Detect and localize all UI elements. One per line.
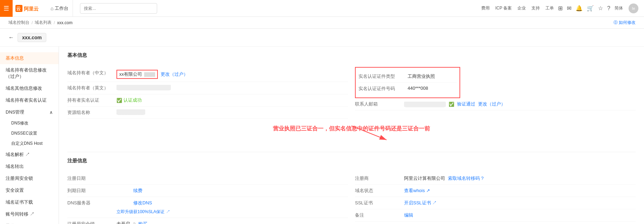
grid-icon[interactable]: ⊞ xyxy=(558,5,563,12)
domain-status-value: 查看whois ↗ xyxy=(404,188,430,194)
nav-icon-group: ⊞ ✉ 🔔 🛒 ☆ ? 简体 Ie xyxy=(558,4,638,13)
nav-cost[interactable]: 费用 xyxy=(481,5,490,11)
breadcrumb-domain-console[interactable]: 域名控制台 xyxy=(8,20,29,26)
sidebar-item-basic-info[interactable]: 基本信息 xyxy=(0,52,59,64)
bell-icon[interactable]: 🔔 xyxy=(576,5,583,12)
star-icon[interactable]: ☆ xyxy=(598,5,603,12)
user-avatar[interactable]: Ie xyxy=(629,4,638,13)
reg-date-label: 注册日期 xyxy=(67,175,116,182)
sidebar-dns-host-label: 自定义DNS Host xyxy=(11,141,42,147)
open-ssl-link[interactable]: 开启SSL证书 ↗ xyxy=(404,200,437,206)
email-verify-link[interactable]: 验证通过 xyxy=(457,101,475,107)
sidebar-dns-group[interactable]: DNS管理 ∧ xyxy=(0,106,59,118)
dns-upgrade-link[interactable]: 立即升级获100%SLA保证 ↗ xyxy=(116,209,170,215)
remark-label: 备注 xyxy=(355,212,404,218)
register-info-two-col: 注册日期 到期日期 续费 DNS服务器 xyxy=(67,172,636,224)
sidebar-item-holder-change[interactable]: 域名持有者信息修改（过户） xyxy=(0,64,59,82)
sidebar-cert-download[interactable]: 域名证书下载 xyxy=(0,196,59,208)
holder-cn-change-link[interactable]: 更改（过户） xyxy=(161,71,188,77)
register-info-right: 注册商 阿里云计算有限公司 索取域名转移码 ? 域名状态 查看whois ↗ xyxy=(355,172,636,224)
search-input[interactable] xyxy=(80,3,157,14)
sec-lock-label: 注册局安全锁 xyxy=(67,221,116,224)
dns-value: 修改DNS 立即升级获100%SLA保证 ↗ xyxy=(116,200,170,215)
modify-dns-link[interactable]: 修改DNS xyxy=(133,200,152,206)
whois-link[interactable]: 查看whois ↗ xyxy=(404,188,430,194)
check-icon: ✅ xyxy=(116,98,122,103)
sidebar-item-realname[interactable]: 域名持有者实名认证 xyxy=(0,94,59,106)
nav-workorder[interactable]: 工单 xyxy=(545,5,554,11)
cert-type-label: 实名认证证件类型 xyxy=(358,73,408,80)
nav-links: 费用 ICP 备案 企业 支持 工单 xyxy=(481,5,554,11)
email-verify-check: ✅ xyxy=(449,102,454,107)
holder-en-label: 域名持有者（英文） xyxy=(67,85,116,91)
breadcrumb-help[interactable]: ⓪ 如何修改 xyxy=(613,20,636,26)
back-button[interactable]: ← xyxy=(8,34,14,41)
sidebar-dnssec[interactable]: DNSSEC设置 xyxy=(6,128,59,138)
mail-icon[interactable]: ✉ xyxy=(567,5,571,12)
resource-name-label: 资源组名称 xyxy=(67,109,116,116)
sidebar-account-transfer[interactable]: 账号间转移 ↗ xyxy=(0,208,59,220)
dns-row-inner: 修改DNS xyxy=(116,200,152,206)
breadcrumb-domain-list[interactable]: 域名列表 xyxy=(35,20,52,26)
ssl-row: SSL证书 开启SSL证书 ↗ xyxy=(355,197,636,209)
sidebar-domain-transfer-out-label: 域名转出 xyxy=(6,163,24,170)
svg-text:阿里云: 阿里云 xyxy=(24,6,39,12)
lang-switch[interactable]: 简体 xyxy=(615,5,623,11)
dns-label: DNS服务器 xyxy=(67,200,116,206)
holder-cn-value: xx有限公司 ████ 更改（过户） xyxy=(116,70,188,79)
holder-cn-row: 域名持有者（中文） xx有限公司 ████ 更改（过户） xyxy=(67,67,348,82)
cert-type-value: 工商营业执照 xyxy=(408,73,435,80)
hamburger-icon: ☰ xyxy=(4,5,9,12)
sidebar-basic-info-label: 基本信息 xyxy=(6,55,24,61)
sidebar-other-info-label: 域名其他信息修改 xyxy=(6,85,42,91)
holder-cn-highlight-box: xx有限公司 ████ xyxy=(116,70,158,79)
help-icon[interactable]: ? xyxy=(607,5,610,12)
sidebar-dns-host[interactable]: 自定义DNS Host xyxy=(6,138,59,149)
workbench-nav[interactable]: ⌂ 工作台 xyxy=(46,0,73,17)
search-bar xyxy=(80,3,474,14)
sidebar-dns-label: DNS管理 xyxy=(6,109,24,115)
domain-status-label: 域名状态 xyxy=(355,188,404,194)
sidebar-dns-modify[interactable]: DNS修改 xyxy=(6,118,59,128)
cart-icon[interactable]: 🛒 xyxy=(587,5,594,12)
renew-link[interactable]: 续费 xyxy=(133,188,142,194)
remark-value: 编辑 xyxy=(404,212,413,218)
sidebar-item-other-info[interactable]: 域名其他信息修改 xyxy=(0,82,59,94)
email-row: 联系人邮箱 ████████████ ✅ 验证通过 更改（过户） xyxy=(355,98,636,110)
nav-support[interactable]: 支持 xyxy=(531,5,540,11)
sidebar-security-settings[interactable]: 安全设置 xyxy=(0,184,59,196)
exp-date-value: 续费 xyxy=(116,188,142,194)
sidebar-带价push[interactable]: 带价Push ↗ xyxy=(0,220,59,224)
main-layout: 基本信息 域名持有者信息修改（过户） 域名其他信息修改 域名持有者实名认证 DN… xyxy=(0,47,644,224)
registrar-value: 阿里云计算有限公司 索取域名转移码 ? xyxy=(404,175,484,182)
holder-en-row: 域名持有者（英文） ████████████████ xyxy=(67,82,348,94)
aliyun-logo[interactable]: 云 阿里云 xyxy=(15,4,41,13)
sidebar-domain-resolve-label: 域名解析 ↗ xyxy=(6,151,30,158)
breadcrumb-sep-1: / xyxy=(32,20,33,25)
sidebar-domain-resolve[interactable]: 域名解析 ↗ xyxy=(0,149,59,161)
question-icon: ? xyxy=(133,222,135,224)
sidebar-security-lock[interactable]: 注册局安全锁 xyxy=(0,172,59,184)
domain-status-row: 域名状态 查看whois ↗ xyxy=(355,185,636,197)
email-masked: ████████████ xyxy=(404,102,446,107)
holder-cn-text: xx有限公司 xyxy=(119,71,142,77)
sidebar-domain-transfer-out[interactable]: 域名转出 xyxy=(0,161,59,172)
email-change-link[interactable]: 更改（过户） xyxy=(478,101,505,107)
buy-lock-link[interactable]: 购买 xyxy=(138,221,147,224)
sidebar: 基本信息 域名持有者信息修改（过户） 域名其他信息修改 域名持有者实名认证 DN… xyxy=(0,47,59,224)
nav-icp[interactable]: ICP 备案 xyxy=(495,5,512,11)
top-navigation: ☰ 云 阿里云 ⌂ 工作台 费用 ICP 备案 企业 支持 工单 ⊞ ✉ 🔔 🛒… xyxy=(0,0,644,17)
cert-no-label: 实名认证证件号码 xyxy=(358,86,408,92)
get-transfer-code-link[interactable]: 索取域名转移码 ? xyxy=(448,175,484,182)
cert-no-row: 实名认证证件号码 440***008 xyxy=(358,83,457,95)
holder-verify-value: ✅ 认证成功 xyxy=(116,97,142,103)
holder-verify-label: 持有者实名认证 xyxy=(67,97,116,103)
menu-hamburger[interactable]: ☰ xyxy=(0,0,13,17)
sidebar-cert-download-label: 域名证书下载 xyxy=(6,199,33,205)
page-domain-title: xxx.com xyxy=(18,33,46,42)
nav-enterprise[interactable]: 企业 xyxy=(517,5,526,11)
remark-edit-link[interactable]: 编辑 xyxy=(404,212,413,218)
register-info-section: 注册信息 注册日期 到期日期 续费 xyxy=(67,158,636,224)
annotation-text: 营业执照已三证合一，但实名信息中的证件号码还是三证合一前 xyxy=(273,125,430,133)
holder-cn-label: 域名持有者（中文） xyxy=(67,70,116,76)
